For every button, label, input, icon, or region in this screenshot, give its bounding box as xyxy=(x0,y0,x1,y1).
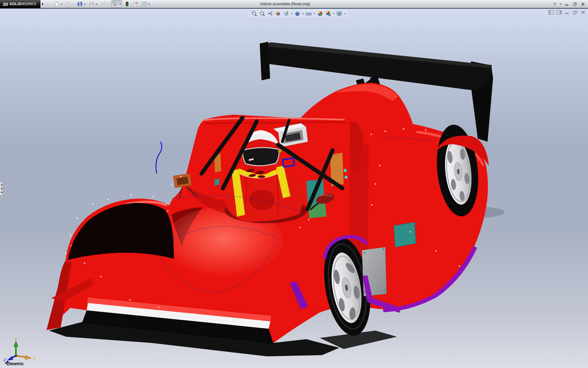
options-button[interactable] xyxy=(141,1,148,7)
panel-left-icon xyxy=(548,10,554,15)
previous-view-button[interactable] xyxy=(266,10,274,17)
window-controls: ? ▼ xyxy=(551,0,586,8)
restore-button[interactable] xyxy=(571,1,578,7)
teal-panel-small xyxy=(214,178,220,186)
close-icon xyxy=(581,2,585,6)
view-orientation-label: *Dimetric xyxy=(5,361,24,366)
view-orientation-icon xyxy=(283,11,289,17)
apply-scene-icon xyxy=(325,11,331,17)
view-settings-dropdown[interactable]: ▼ xyxy=(344,13,346,15)
previous-view-icon xyxy=(267,11,273,17)
minimize-document-icon xyxy=(565,10,569,14)
feature-tree-collapse-tab[interactable] xyxy=(0,182,3,196)
undo-button[interactable] xyxy=(100,1,107,7)
new-document-dropdown[interactable]: ▼ xyxy=(60,3,63,5)
print-button[interactable] xyxy=(88,1,95,7)
undo-icon xyxy=(101,2,106,6)
show-display-pane-button[interactable] xyxy=(556,10,562,15)
open-document-button[interactable] xyxy=(65,1,72,7)
save-dropdown[interactable]: ▼ xyxy=(83,3,86,5)
window-title: Voiture assemblee [Read-only] xyxy=(260,0,310,8)
hide-show-items-dropdown[interactable]: ▼ xyxy=(313,13,316,15)
select-cursor-icon xyxy=(113,2,118,6)
zoom-to-fit-button[interactable] xyxy=(251,10,258,17)
open-document-dropdown[interactable]: ▼ xyxy=(72,3,75,5)
close-document-icon xyxy=(581,10,585,14)
view-orientation-dropdown[interactable]: ▼ xyxy=(290,13,293,15)
display-style-icon xyxy=(295,11,300,17)
minimize-document-button[interactable] xyxy=(564,10,570,15)
triad-y-label: Y xyxy=(14,337,17,341)
view-settings-icon xyxy=(336,11,342,17)
show-feature-pane-button[interactable] xyxy=(548,10,554,15)
help-button[interactable]: ? xyxy=(551,1,558,7)
front-left-wheel-arch xyxy=(68,203,174,260)
print-dropdown[interactable]: ▼ xyxy=(95,3,98,5)
brand-name: SOLIDWORKS xyxy=(9,2,36,6)
save-icon xyxy=(77,2,82,6)
section-view-icon xyxy=(275,11,281,17)
new-document-button[interactable] xyxy=(53,1,60,7)
antenna-wire xyxy=(156,142,162,174)
options-dropdown[interactable]: ▼ xyxy=(148,3,151,5)
close-button[interactable] xyxy=(579,1,586,7)
save-button[interactable] xyxy=(77,1,83,7)
print-icon xyxy=(89,2,94,6)
file-properties-icon xyxy=(133,2,138,6)
select-tool-dropdown[interactable]: ▼ xyxy=(119,3,122,5)
undo-dropdown[interactable]: ▼ xyxy=(107,3,110,5)
panel-right-icon xyxy=(556,10,562,15)
standard-toolbar: ▼ ▼ ▼ ▼ ▼ ▼ xyxy=(53,0,153,8)
help-dropdown[interactable]: ▼ xyxy=(559,3,562,5)
apply-scene-button[interactable] xyxy=(324,10,332,17)
triad-x-label: X xyxy=(32,356,36,361)
teal-side-panel[interactable] xyxy=(394,222,416,247)
restore-document-icon xyxy=(573,10,577,15)
restore-document-button[interactable] xyxy=(572,10,578,15)
reference-triad: Y X Z xyxy=(2,337,39,365)
options-checklist-icon xyxy=(142,2,147,6)
solidworks-logo: ЗS SOLIDWORKS xyxy=(0,0,40,8)
menu-expand-button[interactable] xyxy=(41,1,45,7)
new-document-icon xyxy=(54,2,59,6)
open-folder-icon xyxy=(66,2,71,6)
minimize-button[interactable] xyxy=(564,1,570,7)
hide-show-items-button[interactable] xyxy=(305,10,312,17)
edit-appearance-button[interactable] xyxy=(316,10,324,17)
zoom-to-area-button[interactable] xyxy=(258,10,266,17)
document-window-controls xyxy=(548,10,586,15)
minimize-icon xyxy=(565,2,569,6)
model-viewport-canvas[interactable] xyxy=(0,9,588,368)
left-triangle-icon xyxy=(1,184,2,186)
edit-appearance-icon xyxy=(317,11,323,17)
brand-glyph-icon: ЗS xyxy=(2,2,8,7)
traffic-light-icon xyxy=(125,2,130,6)
display-style-button[interactable] xyxy=(294,10,301,17)
restore-icon xyxy=(573,2,577,6)
zoom-to-area-icon xyxy=(259,11,265,17)
window-titlebar: ЗS SOLIDWORKS ▼ ▼ ▼ ▼ ▼ xyxy=(0,0,588,9)
close-document-button[interactable] xyxy=(580,10,586,15)
select-tool-button[interactable] xyxy=(112,1,119,7)
hide-show-items-icon xyxy=(306,11,312,17)
display-style-dropdown[interactable]: ▼ xyxy=(302,13,304,15)
view-orientation-button[interactable] xyxy=(282,10,290,17)
right-triangle-icon xyxy=(42,3,43,5)
file-properties-button[interactable] xyxy=(132,1,139,7)
graphics-viewport[interactable]: ▼ ▼ ▼ ▼ ▼ xyxy=(0,9,588,368)
cyan-indicator-2 xyxy=(345,176,348,179)
helmet-visor xyxy=(243,148,279,166)
view-settings-button[interactable] xyxy=(336,10,343,17)
zoom-to-fit-icon xyxy=(251,11,257,17)
heads-up-view-toolbar: ▼ ▼ ▼ ▼ ▼ xyxy=(249,10,348,17)
left-triangle-icon xyxy=(1,188,2,190)
left-triangle-icon xyxy=(1,191,2,193)
rebuild-button[interactable] xyxy=(124,1,130,7)
apply-scene-dropdown[interactable]: ▼ xyxy=(332,13,335,15)
race-car-assembly[interactable] xyxy=(47,42,505,356)
section-view-button[interactable] xyxy=(274,10,282,17)
cyan-indicator-1 xyxy=(344,169,347,172)
